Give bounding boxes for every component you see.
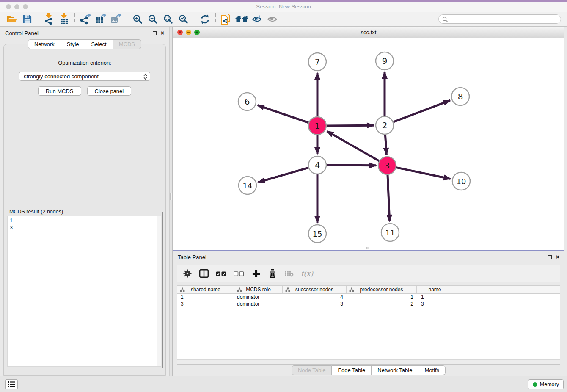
result-line: 3 [10, 224, 159, 232]
first-neighbors-button[interactable] [234, 13, 249, 25]
table-row[interactable]: 3dominator323 [177, 301, 560, 307]
table-cell[interactable]: 1 [417, 294, 453, 300]
graph-edge-3-10[interactable] [396, 168, 451, 179]
tab-mcds[interactable]: MCDS [113, 39, 141, 49]
table-horizontal-scrollbar[interactable] [177, 359, 560, 364]
graph-node-4[interactable]: 4 [308, 156, 326, 174]
close-panel-button[interactable]: Close panel [87, 86, 132, 96]
import-table-button[interactable] [56, 13, 72, 25]
graph-edge-1-2[interactable] [327, 125, 374, 126]
deselect-all-rows-button[interactable] [234, 268, 244, 279]
tab-select[interactable]: Select [85, 39, 113, 49]
export-image-button[interactable] [108, 13, 124, 25]
svg-text:4: 4 [315, 160, 320, 170]
open-session-button[interactable] [4, 13, 19, 25]
result-scrollbar[interactable] [157, 216, 161, 366]
graph-edge-3-11[interactable] [388, 175, 390, 221]
zoom-fit-button[interactable] [160, 13, 176, 25]
task-history-button[interactable] [5, 379, 18, 389]
graph-node-1[interactable]: 1 [308, 117, 326, 135]
criterion-select[interactable]: strongly connected component [19, 72, 150, 81]
table-cell[interactable]: 3 [417, 301, 453, 307]
duplicate-network-button[interactable] [219, 13, 234, 25]
graph-edge-2-8[interactable] [394, 100, 450, 122]
table-cell[interactable]: 4 [283, 294, 347, 300]
network-zoom-button[interactable] [194, 30, 200, 35]
table-cell[interactable]: 3 [177, 301, 234, 307]
column-header-successor-nodes[interactable]: successor nodes [283, 286, 347, 293]
zoom-selected-button[interactable] [176, 13, 191, 25]
minimize-window-button[interactable] [14, 4, 19, 9]
table-cell[interactable]: 2 [347, 301, 417, 307]
tab-network[interactable]: Network [28, 39, 61, 49]
column-header-name[interactable]: name [417, 286, 453, 293]
network-canvas[interactable]: 7968124314101511 [173, 38, 564, 250]
table-cell[interactable]: dominator [234, 301, 283, 307]
column-header-MCDS-role[interactable]: MCDS role [234, 286, 283, 293]
graph-node-8[interactable]: 8 [451, 88, 469, 105]
table-cell[interactable]: 3 [283, 301, 347, 307]
canvas-scroll-grip[interactable] [366, 247, 369, 249]
graph-edge-4-14[interactable] [258, 168, 308, 182]
network-window-titlebar[interactable]: scc.txt [173, 27, 564, 38]
show-columns-button[interactable] [199, 268, 209, 279]
memory-button[interactable]: Memory [528, 379, 564, 389]
graph-node-3[interactable]: 3 [378, 157, 396, 174]
zoom-out-button[interactable] [145, 13, 160, 25]
export-table-button[interactable] [93, 13, 108, 25]
splitter-grip[interactable] [170, 193, 172, 200]
houses-icon [235, 14, 248, 24]
delete-column-button[interactable] [268, 268, 277, 279]
search-input[interactable] [450, 16, 557, 22]
close-table-panel-icon[interactable]: × [556, 255, 559, 259]
search-field[interactable] [438, 14, 561, 24]
network-close-button[interactable] [177, 30, 183, 35]
import-network-button[interactable] [41, 13, 56, 25]
column-header-shared-name[interactable]: shared name [177, 286, 234, 293]
float-panel-icon[interactable] [153, 31, 157, 35]
table-row[interactable]: 1dominator411 [177, 294, 560, 301]
column-header-predecessor-nodes[interactable]: predecessor nodes [347, 286, 417, 293]
tab-network-table[interactable]: Network Table [372, 365, 418, 375]
select-all-rows-button[interactable] [216, 268, 226, 279]
hide-selected-button[interactable] [249, 13, 264, 25]
run-mcds-button[interactable]: Run MCDS [38, 86, 81, 96]
delete-table-button[interactable] [284, 268, 294, 279]
graph-node-2[interactable]: 2 [376, 116, 394, 134]
show-all-button[interactable] [264, 13, 280, 25]
graph-edge-2-3[interactable] [385, 135, 386, 155]
graph-node-11[interactable]: 11 [381, 224, 399, 241]
graph-node-15[interactable]: 15 [308, 225, 326, 243]
network-minimize-button[interactable] [186, 30, 191, 35]
graph-node-6[interactable]: 6 [238, 93, 256, 110]
graph-node-14[interactable]: 14 [239, 177, 256, 194]
table-settings-button[interactable] [183, 268, 192, 279]
panel-splitter[interactable] [169, 27, 173, 376]
tab-node-table[interactable]: Node Table [292, 365, 332, 375]
graph-node-10[interactable]: 10 [452, 172, 470, 190]
graph-edge-1-6[interactable] [258, 105, 309, 123]
zoom-in-button[interactable] [130, 13, 145, 25]
close-window-button[interactable] [6, 4, 11, 9]
network-window-title: scc.txt [173, 29, 564, 36]
table-cell[interactable]: 1 [347, 294, 417, 300]
graph-node-9[interactable]: 9 [376, 52, 394, 70]
close-panel-icon[interactable]: × [161, 31, 164, 35]
float-table-panel-icon[interactable] [548, 255, 552, 259]
add-column-button[interactable] [251, 268, 261, 279]
graph-edge-3-1[interactable] [327, 131, 379, 161]
mcds-result-list[interactable]: 13 [7, 216, 161, 367]
save-session-button[interactable] [19, 13, 35, 25]
node-table[interactable]: shared nameMCDS rolesuccessor nodesprede… [177, 285, 560, 365]
table-cell[interactable]: 1 [177, 294, 234, 300]
table-cell[interactable]: dominator [234, 294, 283, 300]
graph-node-7[interactable]: 7 [308, 53, 326, 71]
tab-edge-table[interactable]: Edge Table [332, 365, 372, 375]
apply-layout-button[interactable] [197, 13, 212, 25]
maximize-window-button[interactable] [23, 4, 28, 9]
apply-function-button[interactable]: f(x) [301, 268, 313, 279]
export-network-button[interactable] [78, 13, 93, 25]
graph-edge-4-3[interactable] [327, 165, 376, 166]
tab-style[interactable]: Style [61, 39, 85, 49]
tab-motifs[interactable]: Motifs [418, 365, 446, 375]
